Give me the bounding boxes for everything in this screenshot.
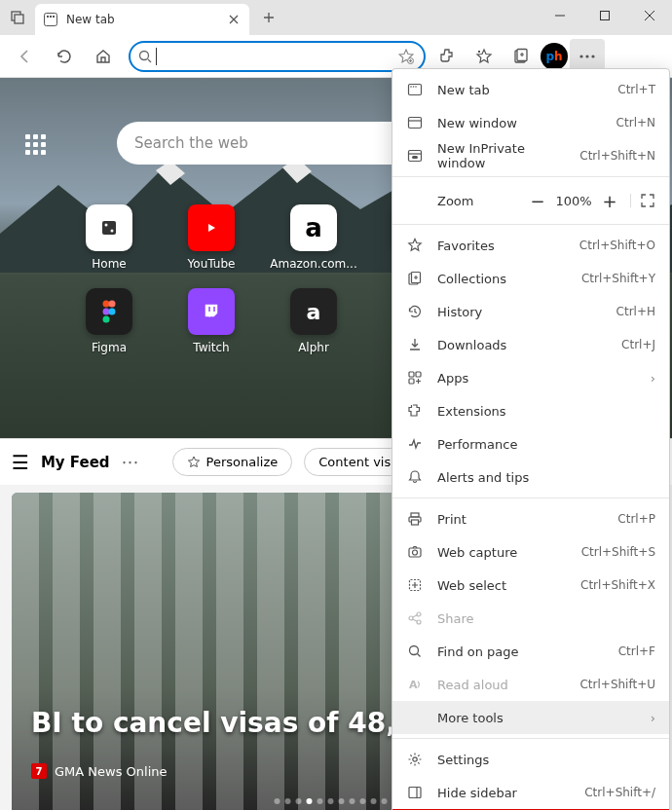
source-icon: 7 (31, 763, 47, 779)
quick-link-twitch[interactable]: Twitch (172, 288, 250, 354)
svg-point-16 (111, 230, 114, 233)
menu-shortcut: Ctrl+T (617, 83, 655, 96)
menu-new-window[interactable]: New window Ctrl+N (392, 106, 669, 139)
quick-link-label: Alphr (298, 341, 329, 354)
minimize-button[interactable] (538, 0, 582, 31)
menu-label: Downloads (437, 338, 608, 352)
menu-label: Performance (437, 437, 655, 452)
menu-history[interactable]: History Ctrl+H (392, 295, 669, 328)
svg-text:A: A (409, 679, 418, 691)
feed-menu-button[interactable]: ☰ (12, 451, 29, 474)
menu-shortcut: Ctrl+H (616, 305, 655, 318)
menu-separator (392, 497, 669, 498)
menu-downloads[interactable]: Downloads Ctrl+J (392, 328, 669, 361)
menu-web-capture[interactable]: Web capture Ctrl+Shift+S (392, 535, 669, 569)
chip-label: Personalize (206, 455, 279, 469)
fullscreen-button[interactable] (630, 194, 655, 207)
svg-rect-35 (409, 379, 414, 384)
quick-link-figma[interactable]: Figma (70, 288, 148, 354)
menu-new-tab[interactable]: New tab Ctrl+T (392, 73, 669, 106)
menu-label: Apps (437, 371, 637, 386)
personalize-chip[interactable]: Personalize (172, 448, 293, 476)
address-bar[interactable] (129, 41, 426, 72)
menu-apps[interactable]: Apps › (392, 361, 669, 394)
zoom-out-button[interactable]: − (523, 186, 552, 215)
svg-rect-34 (416, 372, 421, 377)
zoom-in-button[interactable]: + (595, 186, 624, 215)
svg-point-11 (579, 55, 582, 57)
menu-label: Web select (437, 578, 567, 593)
svg-point-44 (417, 620, 421, 624)
svg-rect-5 (53, 16, 55, 18)
zoom-value: 100% (552, 194, 595, 208)
sidebar-icon (406, 785, 424, 800)
quick-link-label: Figma (92, 341, 127, 354)
back-button[interactable] (8, 39, 43, 74)
refresh-button[interactable] (47, 39, 82, 74)
feed-more-button[interactable]: ⋯ (122, 452, 139, 472)
capture-icon (406, 544, 424, 560)
menu-label: Extensions (437, 404, 655, 419)
text-cursor (156, 48, 157, 65)
share-icon (406, 610, 424, 626)
amazon-icon: a (290, 204, 337, 251)
close-window-button[interactable] (627, 0, 672, 31)
svg-point-42 (409, 616, 413, 620)
twitch-icon (188, 288, 235, 335)
menu-performance[interactable]: Performance (392, 427, 669, 460)
figma-icon (86, 288, 132, 335)
quick-link-youtube[interactable]: YouTube (172, 204, 250, 271)
quick-link-alphr[interactable]: aAlphr (275, 288, 353, 354)
app-launcher-button[interactable] (25, 134, 49, 158)
new-tab-button[interactable] (255, 4, 282, 31)
address-input[interactable] (163, 49, 416, 64)
svg-rect-24 (409, 85, 422, 95)
menu-label: More tools (437, 711, 637, 725)
menu-web-select[interactable]: Web select Ctrl+Shift+X (392, 569, 669, 602)
menu-separator (392, 738, 669, 739)
quick-link-label: Amazon.com... (270, 257, 356, 271)
content-visibility-chip[interactable]: Content vis (304, 448, 405, 476)
tab-close-button[interactable] (226, 12, 242, 27)
quick-link-amazon[interactable]: aAmazon.com... (275, 204, 353, 271)
menu-shortcut: Ctrl+P (617, 512, 655, 526)
find-icon (406, 644, 424, 659)
chevron-right-icon: › (651, 711, 655, 725)
home-icon (86, 204, 132, 251)
menu-label: Find on page (437, 644, 605, 659)
menu-read-aloud: A Read aloud Ctrl+Shift+U (392, 668, 669, 701)
svg-point-40 (413, 550, 418, 555)
menu-extensions[interactable]: Extensions (392, 394, 669, 427)
favorite-star-icon[interactable] (398, 49, 414, 64)
menu-more-tools[interactable]: More tools › (392, 701, 669, 734)
quick-link-label: Home (92, 257, 126, 271)
menu-zoom: Zoom − 100% + (392, 181, 669, 220)
menu-collections[interactable]: Collections Ctrl+Shift+Y (392, 262, 669, 295)
maximize-button[interactable] (582, 0, 627, 31)
browser-tab[interactable]: New tab (35, 4, 249, 35)
collections-icon (406, 271, 424, 286)
menu-find[interactable]: Find on page Ctrl+F (392, 635, 669, 668)
svg-point-21 (103, 309, 110, 315)
menu-hide-sidebar[interactable]: Hide sidebar Ctrl+Shift+/ (392, 776, 669, 809)
menu-alerts[interactable]: Alerts and tips (392, 460, 669, 494)
menu-favorites[interactable]: Favorites Ctrl+Shift+O (392, 229, 669, 262)
tab-actions-button[interactable] (0, 0, 35, 35)
read-aloud-icon: A (406, 677, 424, 692)
svg-rect-28 (409, 118, 422, 129)
menu-label: New InPrivate window (437, 141, 566, 170)
svg-rect-33 (409, 372, 414, 377)
search-icon (138, 50, 156, 63)
select-icon (406, 577, 424, 593)
apps-icon (406, 370, 424, 386)
menu-separator (392, 224, 669, 225)
menu-new-inprivate[interactable]: New InPrivate window Ctrl+Shift+N (392, 139, 669, 172)
profile-avatar[interactable]: ph (541, 43, 568, 70)
window-controls (538, 0, 672, 31)
carousel-dots[interactable] (275, 798, 398, 804)
menu-print[interactable]: Print Ctrl+P (392, 502, 669, 535)
home-button[interactable] (86, 39, 121, 74)
menu-settings[interactable]: Settings (392, 743, 669, 776)
download-icon (406, 337, 424, 352)
quick-link-home[interactable]: Home (70, 204, 148, 271)
